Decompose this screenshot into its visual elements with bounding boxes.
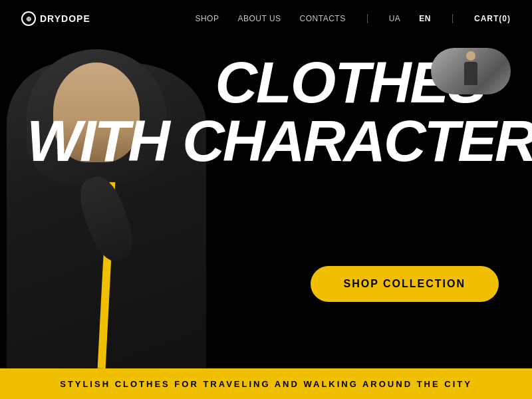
nav-shop[interactable]: SHOP	[195, 14, 219, 23]
cta-container: SHOP COLLECTION	[311, 266, 499, 302]
inset-head	[466, 51, 475, 61]
bottom-banner: STYLISH CLOTHES FOR TRAVELING AND WALKIN…	[0, 368, 532, 399]
shop-collection-button[interactable]: SHOP COLLECTION	[311, 266, 499, 302]
navbar: ⊕ DRYDOPE SHOP ABOUT US CONTACTS UA EN C…	[0, 0, 532, 37]
nav-divider-2	[452, 14, 453, 23]
nav-lang-en[interactable]: EN	[419, 14, 431, 23]
nav-lang-ua[interactable]: UA	[389, 14, 401, 23]
page-container: ⊕ DRYDOPE SHOP ABOUT US CONTACTS UA EN C…	[0, 0, 532, 399]
headline-line2: WITH CHARACTER	[20, 112, 512, 170]
inset-body	[464, 62, 477, 85]
nav-about[interactable]: ABOUT US	[237, 14, 281, 23]
brand-name: DRYDOPE	[40, 13, 90, 24]
inset-photo-inner	[431, 48, 511, 94]
bottom-banner-text: STYLISH CLOTHES FOR TRAVELING AND WALKIN…	[60, 379, 472, 389]
logo-icon: ⊕	[21, 11, 36, 26]
cart-button[interactable]: CART(0)	[474, 14, 511, 23]
nav-links: SHOP ABOUT US CONTACTS UA EN CART(0)	[195, 14, 511, 23]
logo[interactable]: ⊕ DRYDOPE	[21, 11, 90, 26]
inset-photo	[431, 48, 511, 94]
inset-person	[461, 51, 481, 91]
nav-divider	[367, 14, 368, 23]
nav-contacts[interactable]: CONTACTS	[300, 14, 346, 23]
headline-text-with-character: WITH CHARACTER	[27, 108, 532, 174]
hero-section: CLOTHES WITH CHARACTER SHOP COLLECTION	[0, 0, 532, 368]
